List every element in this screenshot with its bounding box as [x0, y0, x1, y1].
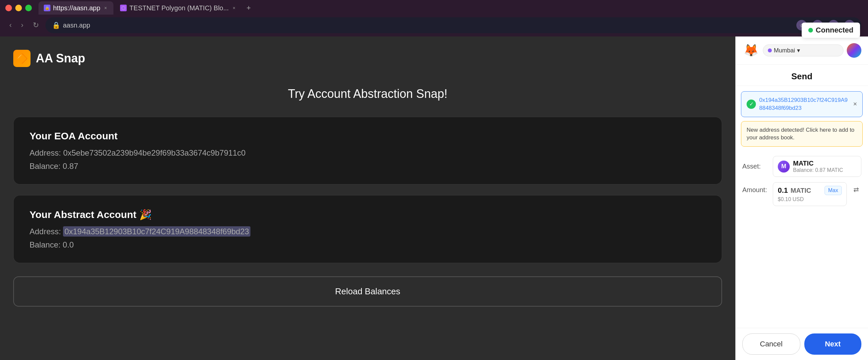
amount-number[interactable]: 0.1 [778, 186, 788, 195]
address-text: aasn.app [63, 22, 90, 29]
network-chevron-icon: ▾ [797, 47, 800, 54]
eoa-account-card: Your EOA Account Address: 0x5ebe73502a23… [13, 117, 722, 184]
address-lock-icon: 🔒 [52, 21, 60, 29]
abstract-account-balance: Balance: 0.0 [30, 240, 706, 249]
abstract-address-label: Address: [30, 227, 61, 236]
amount-top: 0.1 MATIC Max [778, 186, 842, 195]
eoa-account-address: Address: 0x5ebe73502a239b94be29f69b33a36… [30, 148, 706, 158]
amount-row: Amount: 0.1 MATIC Max $0.10 USD ⇄ [736, 182, 868, 211]
recipient-address-text: 0x194a35B12903B10c7f24C919A98848348f69bd… [759, 96, 850, 112]
eoa-address-label: Address: [30, 148, 61, 157]
metamask-fox-logo: 🦊 [742, 42, 760, 59]
metamask-panel: 🦊 Mumbai ▾ Connected Send ✓ 0x194a35B129… [735, 36, 868, 360]
eoa-account-balance: Balance: 0.87 [30, 161, 706, 171]
network-selector[interactable]: Mumbai ▾ [763, 44, 843, 56]
swap-currency-icon[interactable]: ⇄ [851, 182, 861, 193]
app-header: 🔶 AA Snap [13, 50, 722, 67]
asset-balance: Balance: 0.87 MATIC [793, 167, 843, 173]
abstract-account-card: Your Abstract Account 🎉 Address: 0x194a3… [13, 195, 722, 263]
tab2-label: TESTNET Polygon (MATIC) Blo... [129, 4, 228, 12]
remove-address-button[interactable]: × [853, 100, 857, 108]
tab1-favicon: 🔒 [44, 5, 51, 11]
app-logo: 🔶 [13, 50, 31, 67]
amount-value: 0.1 MATIC [778, 186, 811, 195]
cancel-button[interactable]: Cancel [742, 333, 800, 355]
amount-usd: $0.10 USD [778, 197, 842, 202]
connected-dot-icon [808, 28, 813, 32]
asset-label: Asset: [742, 162, 769, 170]
app-title: AA Snap [36, 52, 85, 65]
maximize-window-button[interactable] [25, 5, 32, 11]
page-heading: Try Account Abstraction Snap! [13, 87, 722, 101]
amount-currency: MATIC [791, 187, 811, 194]
next-button[interactable]: Next [804, 333, 862, 355]
network-name: Mumbai [774, 47, 795, 54]
abstract-card-title: Your Abstract Account 🎉 [30, 209, 706, 220]
abstract-balance-label: Balance: [30, 240, 60, 249]
tab1-close-button[interactable]: × [103, 5, 108, 10]
tab2-close-button[interactable]: × [231, 5, 237, 10]
address-bar-row: ‹ › ↻ 🔒 aasn.app ☆ 🧩 🦊 👤 [0, 16, 868, 34]
close-window-button[interactable] [5, 5, 12, 11]
eoa-balance-label: Balance: [30, 161, 60, 171]
eoa-balance-value: 0.87 [63, 161, 78, 171]
browser-chrome: 🔒 https://aasn.app × ⬡ TESTNET Polygon (… [0, 0, 868, 36]
tab1-label: https://aasn.app [53, 4, 100, 12]
tab-bar: 🔒 https://aasn.app × ⬡ TESTNET Polygon (… [0, 0, 868, 16]
browser-tab-1[interactable]: 🔒 https://aasn.app × [38, 1, 114, 14]
minimize-window-button[interactable] [15, 5, 22, 11]
address-verified-icon: ✓ [747, 99, 756, 109]
asset-selector[interactable]: M MATIC Balance: 0.87 MATIC [773, 156, 861, 177]
amount-input-area: 0.1 MATIC Max $0.10 USD [773, 182, 847, 206]
send-panel-title: Send [736, 65, 868, 86]
new-address-notice[interactable]: New address detected! Click here to add … [741, 121, 863, 147]
asset-row: Asset: M MATIC Balance: 0.87 MATIC [736, 151, 868, 182]
abstract-account-address: Address: 0x194a35B12903B10c7f24C919A9884… [30, 227, 706, 236]
new-tab-button[interactable]: + [244, 3, 254, 13]
eoa-card-title: Your EOA Account [30, 130, 706, 142]
eoa-address-value: 0x5ebe73502a239b94be29f69b33a3674c9b7911… [63, 148, 245, 157]
mm-footer: Cancel Next [736, 328, 868, 360]
account-avatar[interactable] [847, 43, 861, 58]
amount-label: Amount: [742, 182, 769, 194]
logo-icon: 🔶 [16, 53, 28, 64]
forward-button[interactable]: › [18, 20, 26, 31]
mm-header: 🦊 Mumbai ▾ [736, 36, 868, 65]
back-button[interactable]: ‹ [7, 20, 14, 31]
max-amount-button[interactable]: Max [825, 186, 842, 195]
traffic-lights [5, 5, 32, 11]
reload-page-button[interactable]: ↻ [30, 20, 41, 31]
app-content: 🔶 AA Snap Try Account Abstraction Snap! … [0, 36, 735, 360]
matic-token-icon: M [778, 160, 790, 173]
address-bar[interactable]: 🔒 aasn.app ☆ 🧩 🦊 👤 [45, 17, 861, 33]
abstract-address-value: 0x194a35B12903B10c7f24C919A98848348f69bd… [63, 226, 250, 237]
tab2-favicon: ⬡ [120, 5, 127, 11]
recipient-address-chip: ✓ 0x194a35B12903B10c7f24C919A98848348f69… [741, 91, 863, 117]
asset-name: MATIC [793, 159, 843, 167]
network-dot-icon [768, 49, 772, 53]
browser-tab-2[interactable]: ⬡ TESTNET Polygon (MATIC) Blo... × [115, 1, 242, 14]
asset-details: MATIC Balance: 0.87 MATIC [793, 159, 843, 173]
reload-balances-button[interactable]: Reload Balances [13, 276, 722, 307]
connected-status-badge: Connected [802, 23, 860, 38]
connected-label: Connected [815, 26, 854, 34]
main-area: 🔶 AA Snap Try Account Abstraction Snap! … [0, 36, 868, 360]
abstract-balance-value: 0.0 [63, 240, 74, 249]
